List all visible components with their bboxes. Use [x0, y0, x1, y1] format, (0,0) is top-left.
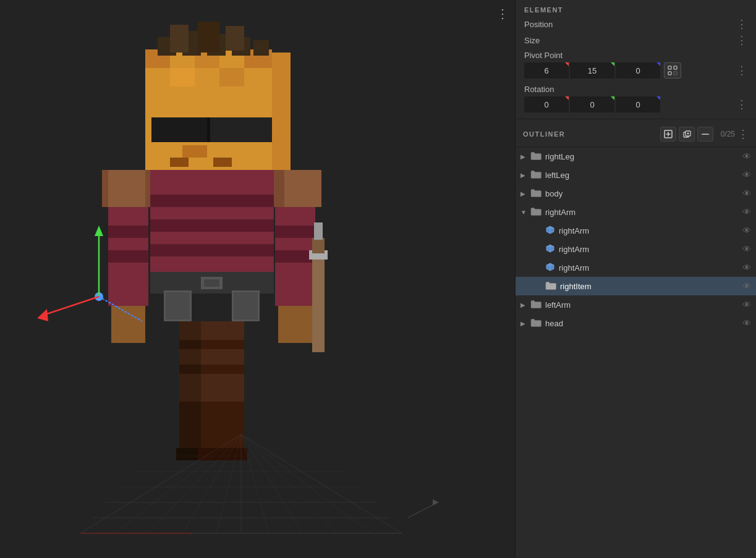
rotation-x-wrapper: [524, 96, 569, 112]
expand-leftarm[interactable]: ▶: [520, 302, 530, 308]
viewport-menu-button[interactable]: ⋮: [496, 6, 509, 21]
expand-rightarm[interactable]: ▼: [520, 209, 530, 216]
svg-rect-18: [151, 117, 207, 142]
svg-rect-56: [201, 365, 244, 374]
folder-icon-rightarm: [530, 207, 542, 218]
svg-rect-62: [314, 222, 323, 240]
svg-rect-59: [312, 253, 325, 352]
rightarm-cube1-label: rightArm: [559, 226, 742, 235]
svg-rect-90: [674, 66, 677, 69]
tree-item-rightitem[interactable]: ▶ rightItem 👁: [516, 277, 756, 295]
pivot-label-row: Pivot Point: [516, 48, 756, 61]
svg-rect-11: [244, 68, 272, 87]
svg-rect-47: [166, 292, 190, 319]
svg-rect-21: [170, 158, 189, 167]
tree-item-leftarm[interactable]: ▶ leftArm 👁: [516, 295, 756, 314]
rotation-x-input[interactable]: [524, 96, 569, 112]
outliner-count: 0/25: [721, 130, 735, 138]
pivot-dots-button[interactable]: ⋮: [736, 65, 747, 76]
pivot-y-wrapper: [570, 62, 614, 78]
eye-body[interactable]: 👁: [742, 188, 751, 198]
pivot-z-wrapper: [616, 62, 660, 78]
add-cube-button[interactable]: [679, 127, 695, 142]
folder-icon-leftleg: [530, 170, 542, 180]
pivot-z-input[interactable]: [616, 62, 660, 78]
svg-rect-31: [150, 195, 274, 207]
head-label: head: [545, 319, 742, 328]
tree-item-leftleg[interactable]: ▶ leftLeg 👁: [516, 166, 756, 184]
svg-rect-38: [275, 226, 315, 238]
axis-arrows: [37, 222, 161, 346]
tree-item-rightarm-cube2[interactable]: ▶ rightArm 👁: [516, 240, 756, 258]
svg-rect-9: [195, 68, 219, 87]
remove-button[interactable]: [697, 127, 713, 142]
svg-rect-19: [210, 117, 272, 142]
rightarm-cube2-label: rightArm: [559, 245, 742, 254]
eye-rightarm-folder[interactable]: 👁: [742, 207, 751, 217]
svg-rect-48: [234, 292, 258, 319]
tree-item-body[interactable]: ▶ body 👁: [516, 184, 756, 203]
eye-leftarm[interactable]: 👁: [742, 300, 751, 310]
rightarm-folder-label: rightArm: [545, 208, 742, 217]
size-row: Size ⋮: [516, 32, 756, 48]
svg-rect-40: [278, 306, 312, 343]
position-label: Position: [524, 20, 574, 29]
body-label: body: [545, 189, 742, 198]
viewport-3d[interactable]: ⋮: [0, 0, 515, 558]
eye-head[interactable]: 👁: [742, 318, 751, 328]
rotation-label-row: Rotation: [516, 82, 756, 95]
tree-item-rightarm-cube3[interactable]: ▶ rightArm 👁: [516, 258, 756, 277]
tree-item-rightleg[interactable]: ▶ rightLeg 👁: [516, 147, 756, 166]
svg-rect-7: [145, 68, 170, 87]
pivot-inputs-row: ⋮: [516, 61, 756, 82]
eye-rightarm-cube1[interactable]: 👁: [742, 226, 751, 235]
svg-rect-100: [702, 134, 709, 135]
svg-rect-55: [201, 340, 244, 349]
svg-line-75: [80, 434, 241, 533]
rightleg-label: rightLeg: [545, 152, 742, 161]
eye-rightitem[interactable]: 👁: [742, 281, 751, 291]
rotation-y-input[interactable]: [570, 96, 614, 112]
svg-line-88: [408, 502, 438, 518]
outliner-toolbar: 0/25 ⋮: [660, 127, 749, 142]
folder-icon-rightitem: [545, 281, 556, 292]
svg-rect-92: [674, 72, 677, 75]
svg-rect-91: [668, 72, 671, 75]
tree-item-rightarm-cube1[interactable]: ▶ rightArm 👁: [516, 221, 756, 240]
expand-head[interactable]: ▶: [520, 320, 530, 327]
svg-rect-27: [284, 170, 321, 207]
eye-leftleg[interactable]: 👁: [742, 170, 751, 180]
expand-leftleg[interactable]: ▶: [520, 172, 530, 179]
svg-line-68: [99, 297, 142, 321]
svg-line-66: [43, 297, 99, 315]
folder-icon-body: [530, 188, 542, 199]
folder-icon-leftarm: [530, 300, 542, 310]
eye-rightleg[interactable]: 👁: [742, 151, 751, 161]
outliner-title: OUTLINER: [523, 130, 565, 138]
rotation-z-input[interactable]: [616, 96, 660, 112]
svg-rect-8: [170, 68, 195, 87]
svg-rect-10: [219, 68, 244, 87]
tree-item-head[interactable]: ▶ head 👁: [516, 314, 756, 332]
element-section-header: ELEMENT: [516, 0, 756, 16]
position-dots-button[interactable]: ⋮: [736, 19, 747, 30]
element-title: ELEMENT: [524, 6, 563, 14]
svg-line-83: [241, 434, 337, 533]
expand-rightleg[interactable]: ▶: [520, 153, 530, 160]
eye-rightarm-cube2[interactable]: 👁: [742, 244, 751, 254]
pivot-target-button[interactable]: [664, 62, 681, 78]
add-group-button[interactable]: [660, 127, 676, 142]
tree-item-rightarm[interactable]: ▼ rightArm 👁: [516, 203, 756, 221]
pivot-x-input[interactable]: [524, 62, 569, 78]
size-dots-button[interactable]: ⋮: [736, 34, 747, 46]
rightitem-label: rightItem: [560, 282, 742, 291]
rotation-dots-button[interactable]: ⋮: [736, 99, 747, 110]
outliner-dots-button[interactable]: ⋮: [737, 129, 749, 140]
rightarm-cube3-label: rightArm: [559, 263, 742, 273]
expand-body[interactable]: ▶: [520, 190, 530, 197]
svg-rect-89: [668, 66, 671, 69]
pivot-y-input[interactable]: [570, 62, 614, 78]
svg-line-77: [148, 434, 241, 533]
svg-rect-23: [170, 25, 189, 53]
eye-rightarm-cube3[interactable]: 👁: [742, 263, 751, 273]
